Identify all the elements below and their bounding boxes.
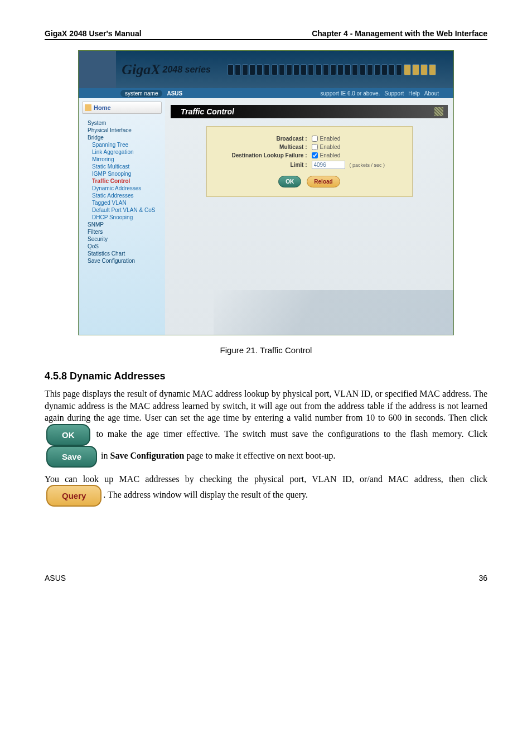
nav-dynamic-addresses[interactable]: Dynamic Addresses [83, 185, 161, 192]
broadcast-label: Broadcast : [215, 136, 312, 142]
nav-physical-interface[interactable]: Physical Interface [83, 127, 161, 134]
help-link[interactable]: Help [408, 90, 420, 97]
save-button-inline: Save [46, 446, 97, 468]
reload-button[interactable]: Reload [307, 176, 340, 187]
nav-static-addresses[interactable]: Static Addresses [83, 192, 161, 199]
page-footer: ASUS 36 [45, 574, 487, 582]
figure-caption: Figure 21. Traffic Control [45, 345, 487, 355]
support-link[interactable]: Support [384, 90, 404, 97]
series-label: 2048 series [163, 65, 211, 75]
support-note: support IE 6.0 or above. [321, 90, 380, 97]
section-heading: 4.5.8 Dynamic Addresses [45, 370, 487, 382]
sysname-chip: system name [120, 90, 162, 97]
dlf-label: Destination Lookup Failure : [215, 152, 312, 158]
sidebar: Home System Physical Interface Bridge Sp… [79, 98, 165, 335]
nav-static-multicast[interactable]: Static Multicast [83, 163, 161, 170]
embedded-screenshot: GigaX 2048 series system name ASUS suppo… [78, 50, 454, 335]
nav-spanning-tree[interactable]: Spanning Tree [83, 141, 161, 148]
nav-statistics-chart[interactable]: Statistics Chart [83, 250, 161, 257]
panel-title: Traffic Control [171, 105, 448, 118]
header-right: Chapter 4 - Management with the Web Inte… [312, 29, 487, 38]
nav-security[interactable]: Security [83, 235, 161, 243]
nav-tagged-vlan[interactable]: Tagged VLAN [83, 199, 161, 206]
nav-save-configuration[interactable]: Save Configuration [83, 257, 161, 264]
nav-dhcp-snooping[interactable]: DHCP Snooping [83, 214, 161, 221]
dlf-checkbox[interactable] [312, 152, 318, 158]
paragraph-1: This page displays the result of dynamic… [45, 388, 487, 468]
home-button[interactable]: Home [82, 102, 162, 114]
nav-snmp[interactable]: SNMP [83, 221, 161, 228]
about-link[interactable]: About [424, 90, 439, 97]
broadcast-val: Enabled [320, 136, 341, 142]
footer-page: 36 [478, 574, 487, 582]
traffic-control-form: Broadcast : Enabled Multicast : Enabled … [206, 126, 413, 197]
multicast-label: Multicast : [215, 144, 312, 150]
port-indicator-panel [216, 64, 448, 75]
nav-tree: System Physical Interface Bridge Spannin… [79, 114, 165, 270]
paragraph-2: You can look up MAC addresses by checkin… [45, 473, 487, 507]
nav-mirroring[interactable]: Mirroring [83, 156, 161, 163]
nav-default-port-vlan-cos[interactable]: Default Port VLAN & CoS [83, 206, 161, 214]
main-panel: Traffic Control Broadcast : Enabled Mult… [165, 98, 453, 335]
top-banner: GigaX 2048 series [79, 51, 453, 88]
nav-filters[interactable]: Filters [83, 228, 161, 235]
limit-input[interactable] [312, 161, 345, 169]
nav-link-aggregation[interactable]: Link Aggregation [83, 148, 161, 156]
ok-button-inline: OK [46, 424, 90, 446]
nav-bridge[interactable]: Bridge [83, 134, 161, 141]
multicast-val: Enabled [320, 144, 341, 150]
broadcast-checkbox[interactable] [312, 136, 318, 142]
multicast-checkbox[interactable] [312, 144, 318, 150]
nav-qos[interactable]: QoS [83, 243, 161, 250]
asus-watermark [214, 290, 453, 335]
info-bar: system name ASUS support IE 6.0 or above… [79, 88, 453, 98]
dlf-val: Enabled [320, 152, 341, 158]
limit-hint: ( packets / sec ) [350, 162, 385, 168]
brand-logo: GigaX [122, 61, 160, 78]
footer-brand: ASUS [45, 574, 66, 582]
query-button-inline: Query [46, 485, 101, 507]
ok-button[interactable]: OK [278, 176, 301, 187]
device-photo [79, 51, 116, 88]
nav-igmp-snooping[interactable]: IGMP Snooping [83, 170, 161, 177]
limit-label: Limit : [215, 162, 312, 168]
sysname-value: ASUS [167, 90, 182, 97]
nav-traffic-control[interactable]: Traffic Control [83, 177, 161, 185]
nav-system[interactable]: System [83, 119, 161, 127]
header-left: GigaX 2048 User's Manual [45, 29, 142, 38]
page-header: GigaX 2048 User's Manual Chapter 4 - Man… [45, 29, 487, 40]
